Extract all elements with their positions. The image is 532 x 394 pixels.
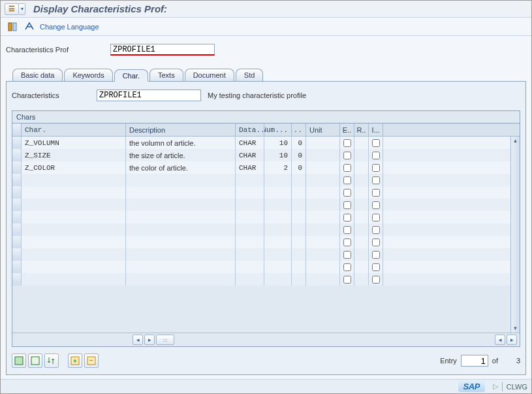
hscroll-first-icon[interactable]: ◂ bbox=[133, 335, 143, 345]
cell-r[interactable] bbox=[354, 199, 369, 211]
checkbox-e[interactable] bbox=[343, 164, 351, 172]
checkbox-e[interactable] bbox=[343, 201, 351, 209]
checkbox-e[interactable] bbox=[343, 276, 351, 284]
cell[interactable] bbox=[292, 236, 306, 248]
cell[interactable] bbox=[264, 261, 292, 273]
cell-r[interactable] bbox=[354, 261, 369, 273]
tab-char[interactable]: Char. bbox=[114, 69, 148, 82]
cell-e[interactable] bbox=[340, 248, 354, 261]
cell[interactable] bbox=[236, 248, 264, 261]
cell[interactable] bbox=[236, 236, 264, 248]
cell[interactable] bbox=[126, 223, 236, 236]
table-row[interactable] bbox=[12, 199, 520, 211]
cell[interactable] bbox=[22, 186, 126, 199]
profile-input[interactable] bbox=[110, 44, 215, 56]
cell-e[interactable] bbox=[340, 199, 354, 211]
cell[interactable]: Z_VOLUMN bbox=[22, 137, 126, 149]
cell[interactable] bbox=[12, 261, 22, 273]
cell-i[interactable] bbox=[369, 174, 383, 186]
cell[interactable] bbox=[126, 174, 236, 186]
cell-r[interactable] bbox=[354, 186, 369, 199]
table-row[interactable] bbox=[12, 211, 520, 223]
cell[interactable]: Z_COLOR bbox=[22, 161, 126, 174]
cell-i[interactable] bbox=[369, 186, 383, 199]
tab-texts[interactable]: Texts bbox=[149, 69, 183, 81]
cell[interactable] bbox=[292, 223, 306, 236]
cell[interactable] bbox=[306, 174, 340, 186]
hscroll-next-icon[interactable]: ◂ bbox=[495, 335, 505, 345]
cell[interactable] bbox=[126, 273, 236, 286]
status-play-icon[interactable]: ▷ bbox=[493, 382, 498, 391]
hscroll-last-icon[interactable]: ▸ bbox=[507, 335, 517, 345]
cell[interactable] bbox=[264, 248, 292, 261]
cell-e[interactable] bbox=[340, 223, 354, 236]
col-desc[interactable]: Description bbox=[126, 123, 236, 136]
cell-i[interactable] bbox=[369, 161, 383, 174]
col-selector[interactable] bbox=[12, 123, 22, 136]
cell-e[interactable] bbox=[340, 137, 354, 149]
col-unit[interactable]: Unit bbox=[306, 123, 340, 136]
cell-r[interactable] bbox=[354, 211, 369, 223]
table-row[interactable]: Z_VOLUMNthe volumn of article.CHAR100 bbox=[12, 137, 520, 149]
cell-i[interactable] bbox=[369, 261, 383, 273]
cell[interactable] bbox=[12, 223, 22, 236]
cell[interactable] bbox=[236, 174, 264, 186]
cell-i[interactable] bbox=[369, 149, 383, 161]
cell[interactable] bbox=[264, 223, 292, 236]
cell[interactable]: 0 bbox=[292, 161, 306, 174]
col-d[interactable]: D... bbox=[292, 123, 306, 136]
cell[interactable] bbox=[126, 186, 236, 199]
cell[interactable]: the volumn of article. bbox=[126, 137, 236, 149]
cell[interactable] bbox=[22, 248, 126, 261]
col-char[interactable]: Char. bbox=[22, 123, 126, 136]
checkbox-i[interactable] bbox=[372, 201, 380, 209]
menu-dropdown-icon[interactable]: ▾ bbox=[19, 3, 25, 15]
checkbox-e[interactable] bbox=[343, 139, 351, 147]
checkbox-i[interactable] bbox=[372, 189, 380, 197]
cell[interactable] bbox=[12, 137, 22, 149]
cell-r[interactable] bbox=[354, 273, 369, 286]
checkbox-e[interactable] bbox=[343, 176, 351, 184]
cell[interactable] bbox=[236, 211, 264, 223]
cell[interactable]: the color of article. bbox=[126, 161, 236, 174]
cell[interactable] bbox=[236, 273, 264, 286]
checkbox-i[interactable] bbox=[372, 152, 380, 159]
checkbox-e[interactable] bbox=[343, 152, 351, 159]
col-i[interactable]: I... bbox=[369, 123, 383, 136]
cell[interactable] bbox=[236, 199, 264, 211]
cell[interactable] bbox=[22, 211, 126, 223]
cell-e[interactable] bbox=[340, 273, 354, 286]
col-num[interactable]: Num... bbox=[264, 123, 292, 136]
cell[interactable] bbox=[264, 273, 292, 286]
cell[interactable] bbox=[22, 273, 126, 286]
checkbox-i[interactable] bbox=[372, 276, 380, 284]
checkbox-i[interactable] bbox=[372, 139, 380, 147]
cell[interactable] bbox=[264, 199, 292, 211]
cell[interactable]: 0 bbox=[292, 137, 306, 149]
insert-row-button[interactable]: + bbox=[68, 353, 82, 368]
cell[interactable]: CHAR bbox=[236, 149, 264, 161]
cell[interactable] bbox=[12, 174, 22, 186]
cell[interactable]: 2 bbox=[264, 161, 292, 174]
cell[interactable] bbox=[12, 199, 22, 211]
cell[interactable] bbox=[292, 174, 306, 186]
cell-e[interactable] bbox=[340, 211, 354, 223]
scroll-up-icon[interactable]: ▲ bbox=[513, 138, 518, 144]
hscroll-prev-icon[interactable]: ▸ bbox=[144, 335, 155, 345]
cell-i[interactable] bbox=[369, 211, 383, 223]
cell[interactable] bbox=[292, 186, 306, 199]
language-icon[interactable] bbox=[23, 20, 36, 33]
cell-r[interactable] bbox=[354, 223, 369, 236]
cell[interactable] bbox=[22, 236, 126, 248]
cell[interactable] bbox=[306, 236, 340, 248]
cell[interactable] bbox=[306, 273, 340, 286]
table-row[interactable] bbox=[12, 273, 520, 286]
cell-e[interactable] bbox=[340, 186, 354, 199]
cell[interactable] bbox=[126, 211, 236, 223]
select-all-button[interactable] bbox=[12, 353, 26, 368]
checkbox-e[interactable] bbox=[343, 226, 351, 234]
cell[interactable] bbox=[12, 211, 22, 223]
checkbox-e[interactable] bbox=[343, 238, 351, 246]
checkbox-e[interactable] bbox=[343, 251, 351, 259]
checkbox-i[interactable] bbox=[372, 214, 380, 222]
